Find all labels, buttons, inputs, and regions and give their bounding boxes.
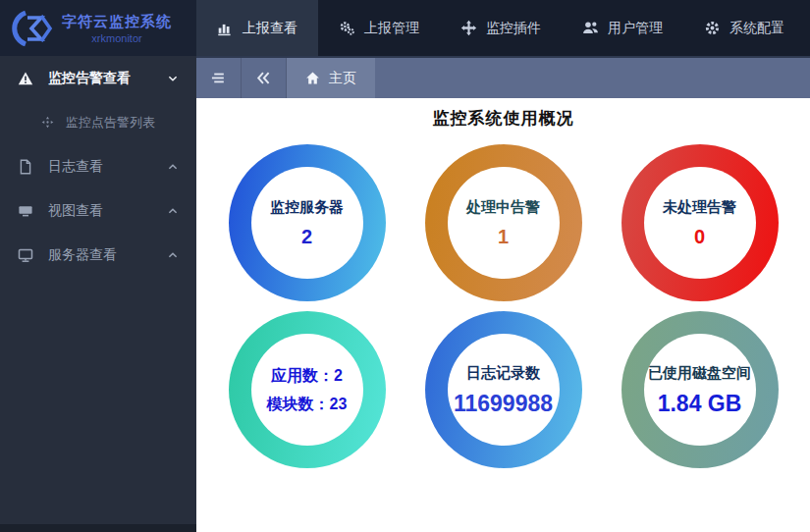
warning-icon	[18, 71, 35, 86]
nav-item-5[interactable]: 系统配置	[683, 0, 805, 56]
ring-value: 0	[694, 227, 705, 246]
ring-label: 处理中告警	[466, 199, 540, 214]
ring-value: 11699988	[454, 393, 553, 415]
stat-ring-apps-and-modules: 应用数：2模块数：23	[229, 311, 386, 468]
users-icon	[582, 20, 599, 36]
ring-value: 1.84 GB	[658, 393, 742, 415]
app-logo[interactable]: 字符云监控系统 xrkmonitor	[0, 0, 196, 56]
nav-item-3[interactable]: 监控插件	[440, 0, 562, 56]
ring-inner: 处理中告警1	[448, 167, 560, 279]
sidebar-item-label: 服务器查看	[48, 246, 117, 264]
main-content: 监控系统使用概况 监控服务器2处理中告警1未处理告警0应用数：2模块数：23日志…	[196, 98, 810, 532]
ring-inner: 监控服务器2	[251, 167, 363, 279]
sidebar-item-4[interactable]: 视图查看	[0, 188, 196, 233]
sidebar-item-2[interactable]: 监控点告警列表	[0, 100, 196, 144]
logo-icon	[12, 9, 53, 48]
ring-inner: 应用数：2模块数：23	[251, 334, 363, 446]
ring-inner: 未处理告警0	[644, 167, 756, 279]
chevron-up-icon	[167, 205, 179, 217]
nav-item-4[interactable]: 用户管理	[562, 0, 683, 56]
stats-rings: 监控服务器2处理中告警1未处理告警0应用数：2模块数：23日志记录数116999…	[196, 144, 810, 468]
sidebar: 监控告警查看监控点告警列表日志查看视图查看服务器查看	[0, 56, 196, 532]
ring-value: 模块数：23	[267, 397, 348, 412]
home-icon	[305, 71, 320, 85]
sidebar-item-label: 监控告警查看	[48, 70, 131, 87]
nav-item-label: 上报查看	[243, 20, 297, 37]
ring-label: 监控服务器	[270, 199, 344, 214]
ring-label: 已使用磁盘空间	[648, 365, 751, 380]
ring-inner: 已使用磁盘空间1.84 GB	[644, 334, 756, 446]
main-nav: 上报查看上报管理监控插件用户管理系统配置	[196, 0, 805, 56]
ring-label: 日志记录数	[466, 365, 540, 380]
stat-ring-log-records: 日志记录数11699988	[425, 311, 582, 468]
view-icon	[18, 203, 35, 219]
gears-icon	[339, 20, 355, 36]
stat-ring-unhandled-alarms: 未处理告警0	[621, 144, 779, 301]
gear-icon	[704, 20, 721, 36]
sidebar-menu: 监控告警查看监控点告警列表日志查看视图查看服务器查看	[0, 56, 196, 524]
sidebar-item-5[interactable]: 服务器查看	[0, 233, 196, 277]
move-icon	[460, 20, 477, 36]
server-icon	[18, 247, 35, 263]
chevron-up-icon	[167, 161, 179, 173]
top-navbar: 字符云监控系统 xrkmonitor 上报查看上报管理监控插件用户管理系统配置	[0, 0, 810, 56]
stat-ring-disk-space-used: 已使用磁盘空间1.84 GB	[621, 311, 779, 468]
app-title: 字符云监控系统	[62, 13, 172, 31]
ring-value: 1	[498, 227, 509, 246]
nav-item-label: 系统配置	[729, 20, 784, 37]
ring-inner: 日志记录数11699988	[448, 334, 560, 446]
stat-ring-monitored-servers: 监控服务器2	[229, 144, 386, 301]
app-subtitle: xrkmonitor	[62, 32, 172, 44]
chevron-up-icon	[167, 249, 179, 261]
double-chevron-left-icon[interactable]	[242, 58, 287, 98]
ring-value: 应用数：2	[271, 368, 343, 384]
nav-item-1[interactable]: 上报查看	[196, 0, 318, 56]
compass-icon	[41, 116, 55, 129]
bar-chart-icon	[217, 20, 234, 36]
ring-value: 2	[301, 227, 312, 246]
nav-item-2[interactable]: 上报管理	[318, 0, 440, 56]
nav-item-label: 用户管理	[608, 20, 663, 37]
nav-item-label: 监控插件	[486, 20, 541, 37]
ring-label: 未处理告警	[663, 199, 736, 214]
nav-item-label: 上报管理	[364, 20, 419, 37]
page-title: 监控系统使用概况	[196, 107, 810, 130]
menu-fold-icon[interactable]	[196, 58, 242, 98]
stat-ring-alarms-in-progress: 处理中告警1	[425, 144, 582, 301]
sidebar-item-label: 日志查看	[48, 158, 103, 176]
sidebar-item-3[interactable]: 日志查看	[0, 144, 196, 188]
tab-home[interactable]: 主页	[287, 58, 375, 98]
sidebar-item-label: 监控点告警列表	[66, 114, 155, 132]
logo-text: 字符云监控系统 xrkmonitor	[62, 13, 172, 44]
file-icon	[18, 159, 35, 175]
tab-home-label: 主页	[329, 70, 356, 87]
breadcrumb-bar: 主页	[196, 56, 810, 98]
sidebar-item-1[interactable]: 监控告警查看	[0, 56, 196, 100]
sidebar-footer-strip	[0, 524, 196, 532]
sidebar-item-label: 视图查看	[48, 202, 103, 220]
chevron-down-icon	[167, 73, 179, 84]
